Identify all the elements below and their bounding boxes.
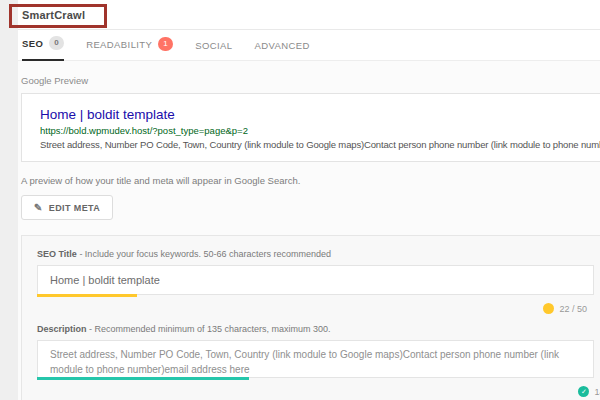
metabox-tab-bar: SEO 0 READABILITY 1 SOCIAL ADVANCED [18, 30, 600, 61]
tab-advanced[interactable]: ADVANCED [254, 40, 309, 60]
google-search-result-preview: Home | boldit template https://bold.wpmu… [21, 93, 600, 162]
description-textarea[interactable]: Street address, Number PO Code, Town, Co… [37, 340, 594, 378]
seo-title-input-wrap [37, 265, 594, 297]
tab-advanced-label: ADVANCED [254, 40, 309, 51]
edit-meta-panel: SEO Title - Include your focus keywords.… [21, 235, 600, 400]
metabox-title: SmartCrawl [22, 9, 85, 21]
description-field-label: Description - Recommended minimum of 135… [37, 324, 600, 334]
smartcrawl-metabox: SmartCrawl SEO 0 READABILITY 1 SOCIAL AD… [18, 0, 600, 400]
seo-title-field-label: SEO Title - Include your focus keywords.… [37, 249, 600, 259]
edit-meta-button[interactable]: ✎ EDIT META [21, 195, 113, 220]
seo-title-input[interactable] [37, 265, 594, 295]
description-character-counter: ✓ 149 / 135-300 [37, 386, 600, 397]
seo-title-label-name: SEO Title [37, 249, 77, 259]
google-preview-label: Google Preview [21, 75, 600, 86]
description-length-progress-bar [37, 377, 249, 380]
preview-result-description: Street address, Number PO Code, Town, Co… [40, 139, 600, 150]
tab-seo-label: SEO [22, 38, 43, 49]
seo-title-label-hint: - Include your focus keywords. 50-66 cha… [79, 249, 331, 259]
preview-result-url: https://bold.wpmudev.host/?post_type=pag… [40, 125, 600, 136]
seo-tab-body: Google Preview Home | boldit template ht… [18, 61, 600, 400]
description-counter-value: 149 / 135-300 [594, 387, 600, 397]
title-length-progress-bar [37, 294, 137, 297]
description-label-name: Description [37, 324, 87, 334]
check-icon: ✓ [578, 386, 589, 397]
description-input-wrap: Street address, Number PO Code, Town, Co… [37, 340, 594, 380]
description-label-hint: - Recommended minimum of 135 characters,… [89, 324, 331, 334]
title-counter-value: 22 / 50 [559, 304, 587, 314]
preview-result-title: Home | boldit template [40, 107, 600, 122]
tab-social[interactable]: SOCIAL [195, 40, 232, 60]
tab-readability-label: READABILITY [86, 39, 152, 50]
seo-issues-badge: 0 [49, 36, 64, 50]
pencil-icon: ✎ [34, 202, 43, 213]
tab-seo[interactable]: SEO 0 [22, 36, 64, 61]
title-character-counter: 22 / 50 [37, 303, 600, 314]
warning-dot-icon [543, 303, 554, 314]
admin-left-gutter [0, 0, 18, 400]
metabox-header: SmartCrawl [18, 0, 600, 30]
readability-issues-badge: 1 [158, 37, 173, 51]
preview-caption: A preview of how your title and meta wil… [21, 175, 600, 186]
tab-social-label: SOCIAL [195, 40, 232, 51]
edit-meta-button-label: EDIT META [49, 203, 100, 213]
tab-readability[interactable]: READABILITY 1 [86, 37, 173, 60]
